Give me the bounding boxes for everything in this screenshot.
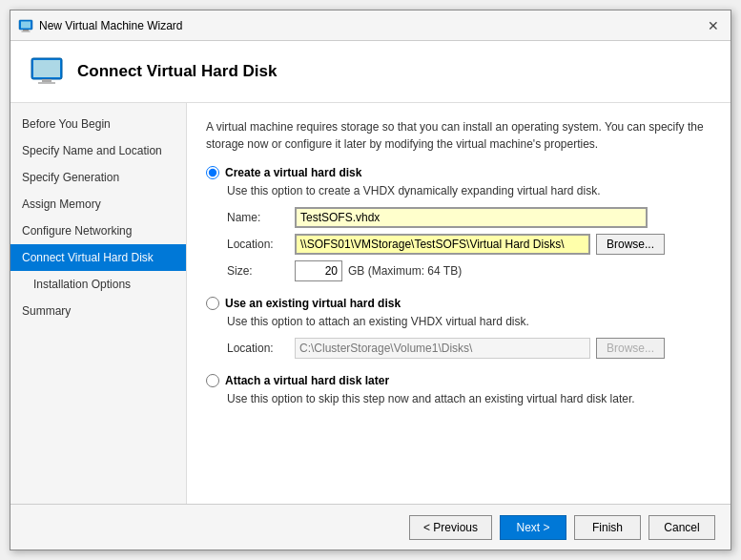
option2-desc: Use this option to attach an existing VH… xyxy=(227,314,711,330)
finish-button[interactable]: Finish xyxy=(574,515,641,540)
page-title: Connect Virtual Hard Disk xyxy=(77,62,277,81)
cancel-button[interactable]: Cancel xyxy=(648,515,715,540)
sidebar-item-connect-vhd[interactable]: Connect Virtual Hard Disk xyxy=(10,244,186,271)
size-input[interactable] xyxy=(295,260,342,281)
right-panel: A virtual machine requires storage so th… xyxy=(187,103,731,504)
option3-radio[interactable] xyxy=(206,374,219,387)
option2-radio[interactable] xyxy=(206,297,219,310)
svg-rect-3 xyxy=(22,31,31,31)
location-row: Location: Browse... xyxy=(227,234,711,255)
browse-button-2: Browse... xyxy=(596,338,665,359)
option2-radio-label[interactable]: Use an existing virtual hard disk xyxy=(206,297,711,310)
location2-row: Location: Browse... xyxy=(227,338,711,359)
sidebar: Before You Begin Specify Name and Locati… xyxy=(10,103,187,504)
intro-text: A virtual machine requires storage so th… xyxy=(206,118,711,153)
header-monitor-icon xyxy=(30,54,64,89)
option1-radio[interactable] xyxy=(206,166,219,179)
option1-radio-label[interactable]: Create a virtual hard disk xyxy=(206,166,711,179)
svg-rect-2 xyxy=(23,30,29,31)
previous-button[interactable]: < Previous xyxy=(409,515,492,540)
sidebar-item-assign-memory[interactable]: Assign Memory xyxy=(10,191,186,218)
sidebar-item-specify-name-location[interactable]: Specify Name and Location xyxy=(10,137,186,164)
location2-input xyxy=(295,338,590,359)
sidebar-item-configure-networking[interactable]: Configure Networking xyxy=(10,218,186,244)
main-body: Before You Begin Specify Name and Locati… xyxy=(10,103,731,504)
sidebar-item-specify-generation[interactable]: Specify Generation xyxy=(10,164,186,191)
window-icon xyxy=(18,18,33,33)
name-input[interactable] xyxy=(295,207,648,228)
wizard-window: New Virtual Machine Wizard ✕ Connect Vir… xyxy=(10,10,731,550)
size-note: GB (Maximum: 64 TB) xyxy=(348,264,462,278)
browse-button-1[interactable]: Browse... xyxy=(596,234,665,255)
option3-desc: Use this option to skip this step now an… xyxy=(227,391,711,407)
sidebar-item-installation-options[interactable]: Installation Options xyxy=(10,271,186,298)
option3-section: Attach a virtual hard disk later Use thi… xyxy=(206,374,711,407)
location-label: Location: xyxy=(227,238,289,251)
footer: < Previous Next > Finish Cancel xyxy=(10,504,731,550)
option1-desc: Use this option to create a VHDX dynamic… xyxy=(227,183,711,199)
sidebar-item-summary[interactable]: Summary xyxy=(10,298,186,324)
header-strip: Connect Virtual Hard Disk xyxy=(10,41,731,103)
option1-section: Create a virtual hard disk Use this opti… xyxy=(206,166,711,281)
window-title: New Virtual Machine Wizard xyxy=(39,19,183,32)
svg-rect-6 xyxy=(42,79,51,82)
next-button[interactable]: Next > xyxy=(500,515,566,540)
size-label: Size: xyxy=(227,264,289,278)
name-row: Name: xyxy=(227,207,711,228)
option2-section: Use an existing virtual hard disk Use th… xyxy=(206,297,711,359)
size-row: Size: GB (Maximum: 64 TB) xyxy=(227,260,711,281)
title-bar-left: New Virtual Machine Wizard xyxy=(18,18,183,33)
sidebar-item-before-you-begin[interactable]: Before You Begin xyxy=(10,111,186,137)
option3-radio-label[interactable]: Attach a virtual hard disk later xyxy=(206,374,711,387)
name-label: Name: xyxy=(227,211,289,224)
close-button[interactable]: ✕ xyxy=(704,16,723,35)
title-bar: New Virtual Machine Wizard ✕ xyxy=(10,10,731,41)
svg-rect-1 xyxy=(21,21,31,28)
svg-rect-7 xyxy=(38,82,55,84)
location2-label: Location: xyxy=(227,342,289,355)
location-input[interactable] xyxy=(295,234,590,255)
svg-rect-5 xyxy=(33,60,60,77)
